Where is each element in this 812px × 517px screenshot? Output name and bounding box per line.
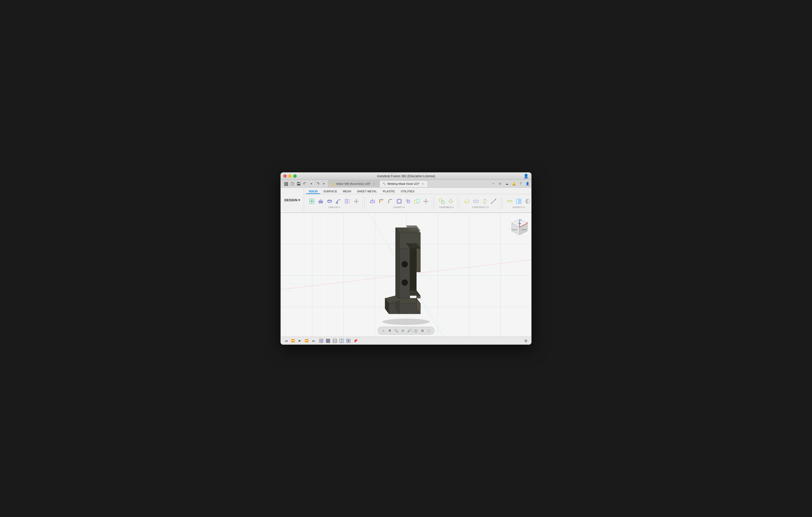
design-menu-button[interactable]: DESIGN ▾: [281, 189, 304, 211]
refresh-button[interactable]: ↻: [498, 181, 503, 186]
offset-plane-button[interactable]: [463, 197, 471, 206]
revolve-button[interactable]: [325, 197, 334, 206]
tab-mesh[interactable]: MESH: [340, 189, 354, 194]
user-icon[interactable]: 👤: [523, 174, 529, 179]
section-analysis-button[interactable]: [515, 197, 523, 206]
3d-model-welding-mask-hook[interactable]: [364, 220, 448, 330]
zoom-fit-button[interactable]: 🔎: [407, 328, 412, 334]
undo-button[interactable]: [302, 181, 308, 186]
pan-button[interactable]: ✥: [387, 328, 393, 334]
cloud-button[interactable]: ☁: [504, 181, 510, 186]
navigation-cube[interactable]: TOP FRONT RIGHT Z X: [511, 218, 526, 236]
construct-icons: [463, 197, 498, 206]
assemble-icons: [438, 197, 455, 206]
svg-rect-102: [333, 339, 337, 343]
shell-button[interactable]: [395, 197, 403, 206]
create-more-button[interactable]: [343, 197, 352, 206]
svg-marker-16: [319, 200, 323, 201]
viewport[interactable]: TOP FRONT RIGHT Z X ⌂ ✥ 🔍 ⊡: [281, 213, 531, 337]
help-button[interactable]: ?: [518, 181, 523, 186]
ribbon-group-construct: CONSTRUCT ▾: [461, 196, 500, 209]
settings-button[interactable]: ⚙: [523, 338, 529, 344]
traffic-lights: [283, 174, 297, 178]
play-button[interactable]: ▶: [297, 338, 303, 344]
tab-water-mill-close[interactable]: ✕: [372, 182, 376, 186]
scale-button[interactable]: [404, 197, 412, 206]
tab-welding-mask[interactable]: 🔧 Welding Mask Hook v22* ✕: [379, 180, 428, 187]
toolbar-left: ▾ ▾: [282, 181, 328, 186]
close-button[interactable]: [283, 174, 287, 178]
ribbon-group-create: CREATE ▾: [306, 196, 362, 209]
svg-rect-8: [287, 185, 288, 186]
svg-rect-15: [319, 201, 323, 203]
svg-text:FRONT: FRONT: [512, 229, 517, 231]
svg-text:RIGHT: RIGHT: [522, 229, 527, 231]
midplane-button[interactable]: [472, 197, 480, 206]
home-view-button[interactable]: ⌂: [380, 328, 386, 334]
tab-surface[interactable]: SURFACE: [321, 189, 340, 194]
svg-rect-30: [442, 201, 444, 204]
svg-text:Z: Z: [520, 219, 522, 221]
step-forward-button[interactable]: ⏩: [304, 338, 310, 344]
svg-rect-25: [407, 200, 410, 203]
app-menu-button[interactable]: [284, 181, 289, 186]
notification-button[interactable]: 🔔: [511, 181, 516, 186]
new-tab-button[interactable]: ＋: [491, 181, 496, 186]
svg-point-46: [491, 203, 492, 204]
joint-button[interactable]: [446, 197, 455, 206]
redo-button[interactable]: [315, 181, 320, 186]
press-pull-button[interactable]: [368, 197, 377, 206]
svg-rect-7: [286, 185, 287, 186]
title-bar: Autodesk Fusion 360 (Education License) …: [281, 173, 531, 180]
svg-rect-18: [336, 202, 338, 203]
step-back-button[interactable]: ⏪: [290, 338, 296, 344]
combine-button[interactable]: [413, 197, 421, 206]
maximize-button[interactable]: [293, 174, 297, 178]
plane-at-angle-button[interactable]: [481, 197, 489, 206]
save-button[interactable]: [296, 181, 301, 186]
tab-sheet-metal[interactable]: SHEET METAL: [354, 189, 380, 194]
title-bar-right: 👤: [523, 174, 529, 179]
timeline-env-button[interactable]: [346, 338, 351, 344]
fit-button[interactable]: ⊡: [400, 328, 406, 334]
sweep-button[interactable]: [334, 197, 343, 206]
svg-rect-2: [287, 182, 288, 183]
tab-solid[interactable]: SOLID: [306, 189, 320, 194]
fillet-button[interactable]: [377, 197, 385, 206]
create-label: CREATE ▾: [328, 206, 340, 209]
tab-plastic[interactable]: PLASTIC: [380, 189, 398, 194]
create-icons: [308, 197, 360, 206]
zebra-analysis-button[interactable]: [523, 197, 531, 206]
axis-button[interactable]: [489, 197, 498, 206]
new-sketch-button[interactable]: [308, 197, 316, 206]
account-button[interactable]: 👤: [525, 181, 530, 186]
move2-button[interactable]: [422, 197, 430, 206]
grid-toggle-button[interactable]: ⊞: [419, 328, 425, 334]
chamfer-button[interactable]: [386, 197, 395, 206]
pin-button[interactable]: 📌: [352, 338, 358, 344]
svg-rect-1: [286, 182, 287, 183]
extrude-button[interactable]: [317, 197, 325, 206]
tab-welding-mask-close[interactable]: ✕: [421, 182, 425, 186]
display-mode-button[interactable]: ◫: [413, 328, 419, 334]
bottom-toolbar: ⏮ ⏪ ▶ ⏩ ⏭: [281, 337, 531, 344]
minimize-button[interactable]: [288, 174, 292, 178]
view-cube-toggle-button[interactable]: ⬚: [426, 328, 432, 334]
timeline-solid-button[interactable]: [325, 338, 331, 344]
timeline-frame-button[interactable]: [318, 338, 324, 344]
tab-water-mill[interactable]: 📐 Water Mill (Assembly) v26* ✕: [328, 180, 379, 187]
skip-to-end-button[interactable]: ⏭: [311, 338, 316, 344]
svg-point-109: [347, 340, 349, 342]
new-component-button[interactable]: [438, 197, 446, 206]
tab-utilities[interactable]: UTILITIES: [398, 189, 417, 194]
move-button[interactable]: [352, 197, 360, 206]
zoom-button[interactable]: 🔍: [394, 328, 399, 334]
file-menu-button[interactable]: [290, 181, 295, 186]
skip-to-start-button[interactable]: ⏮: [283, 338, 289, 344]
timeline-wireframe-button[interactable]: [332, 338, 338, 344]
undo-dropdown[interactable]: ▾: [309, 181, 314, 186]
timeline-section-button[interactable]: [339, 338, 345, 344]
redo-dropdown[interactable]: ▾: [321, 181, 326, 186]
window-title: Autodesk Fusion 360 (Education License): [377, 174, 435, 178]
measure-button[interactable]: [506, 197, 514, 206]
